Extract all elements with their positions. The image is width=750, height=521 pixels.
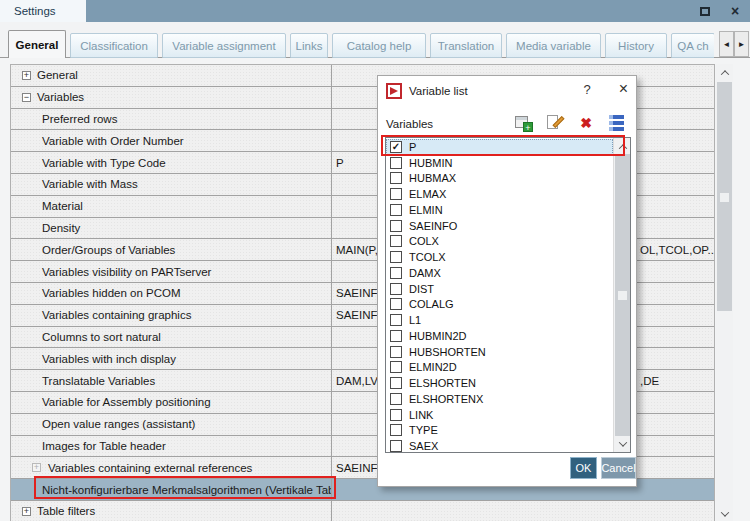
close-button[interactable]: ×: [722, 0, 748, 22]
chevron-up-icon: [618, 144, 626, 152]
variable-list-item-dist[interactable]: DIST: [386, 281, 613, 297]
variable-name: P: [409, 141, 416, 153]
row-name-cell: Variable with Mass: [11, 174, 332, 195]
list-scrollbar-up-button[interactable]: [614, 138, 631, 155]
checkbox-unchecked-icon[interactable]: [390, 330, 402, 342]
row-value-continued: ,DE: [640, 370, 659, 391]
tab-translation[interactable]: Translation: [430, 33, 502, 58]
variable-list-item-l1[interactable]: L1: [386, 312, 613, 328]
row-label: Variable with Mass: [42, 178, 138, 190]
tab-qa-ch[interactable]: QA ch: [671, 33, 714, 58]
maximize-button[interactable]: [692, 0, 718, 22]
checkbox-checked-icon[interactable]: ✓: [390, 141, 402, 153]
variable-list-item-elmin[interactable]: ELMIN: [386, 202, 613, 218]
checkbox-unchecked-icon[interactable]: [390, 188, 402, 200]
cancel-button[interactable]: Cancel: [601, 457, 636, 479]
tab-general[interactable]: General: [8, 30, 66, 58]
tab-classification[interactable]: Classification: [70, 33, 158, 58]
checkbox-unchecked-icon[interactable]: [390, 283, 402, 295]
edit-variable-icon[interactable]: [546, 114, 564, 132]
list-vertical-scrollbar: [613, 138, 630, 452]
list-scrollbar-down-button[interactable]: [614, 435, 631, 452]
variable-list-item-link[interactable]: LINK: [386, 407, 613, 423]
table-row-table-filters[interactable]: +Table filters: [11, 501, 714, 521]
expand-icon[interactable]: +: [22, 71, 31, 80]
variable-list-item-elmax[interactable]: ELMAX: [386, 186, 613, 202]
variable-list-item-saex[interactable]: SAEX: [386, 438, 613, 453]
checkbox-unchecked-icon[interactable]: [390, 393, 402, 405]
variable-name: TCOLX: [409, 251, 446, 263]
checkbox-unchecked-icon[interactable]: [390, 235, 402, 247]
checkbox-unchecked-icon[interactable]: [390, 267, 402, 279]
scrollbar-up-button[interactable]: [716, 64, 733, 81]
list-scrollbar-thumb[interactable]: [615, 154, 630, 436]
tab-history[interactable]: History: [605, 33, 667, 58]
expand-icon[interactable]: +: [22, 507, 31, 516]
ok-button[interactable]: OK: [570, 457, 597, 479]
checkbox-unchecked-icon[interactable]: [390, 204, 402, 216]
variables-label: Variables: [386, 118, 433, 130]
row-value: P: [336, 157, 344, 169]
checkbox-unchecked-icon[interactable]: [390, 361, 402, 373]
checkbox-unchecked-icon[interactable]: [390, 172, 402, 184]
checkbox-unchecked-icon[interactable]: [390, 377, 402, 389]
order-variables-icon[interactable]: [608, 114, 626, 132]
row-name-cell: Variables hidden on PCOM: [11, 283, 332, 304]
settings-panel-tab[interactable]: Settings: [0, 0, 86, 22]
row-value-cell[interactable]: [332, 501, 714, 521]
variable-list-item-hubmin2d[interactable]: HUBMIN2D: [386, 328, 613, 344]
scrollbar-gripper-icon: [720, 193, 729, 202]
variable-list-item-colalg[interactable]: COLALG: [386, 297, 613, 313]
variable-list-item-hubmax[interactable]: HUBMAX: [386, 171, 613, 187]
variable-name: COLX: [409, 235, 439, 247]
variable-list-item-damx[interactable]: DAMX: [386, 265, 613, 281]
variable-name: LINK: [409, 409, 433, 421]
tab-scroll-right-button[interactable]: ►: [734, 31, 749, 57]
settings-content-panel: +General−VariablesPreferred rowsVariable…: [0, 57, 750, 521]
variable-list-dialog: Variable list ? × Variables + ✖ ✓PHUBMIN…: [377, 75, 637, 487]
variable-list-item-tcolx[interactable]: TCOLX: [386, 249, 613, 265]
row-name-cell: +Table filters: [11, 501, 332, 521]
variable-list-item-hubshorten[interactable]: HUBSHORTEN: [386, 344, 613, 360]
table-vertical-scrollbar: [716, 64, 733, 521]
checkbox-unchecked-icon[interactable]: [390, 220, 402, 232]
chevron-down-icon: [618, 438, 626, 446]
tab-media-variable[interactable]: Media variable: [506, 33, 601, 58]
checkbox-unchecked-icon[interactable]: [390, 251, 402, 263]
dialog-close-button[interactable]: ×: [619, 80, 628, 98]
variable-list-item-elmin2d[interactable]: ELMIN2D: [386, 360, 613, 376]
checkbox-unchecked-icon[interactable]: [390, 157, 402, 169]
checkbox-unchecked-icon[interactable]: [390, 346, 402, 358]
variable-list-item-p[interactable]: ✓P: [386, 139, 613, 155]
row-name-cell: Open value ranges (assistant): [11, 414, 332, 435]
tab-links[interactable]: Links: [290, 33, 328, 58]
tab-variable-assignment[interactable]: Variable assignment: [162, 33, 286, 58]
expand-icon[interactable]: +: [32, 463, 41, 472]
checkbox-unchecked-icon[interactable]: [390, 314, 402, 326]
variable-list-item-elshorten[interactable]: ELSHORTEN: [386, 375, 613, 391]
variable-list-item-type[interactable]: TYPE: [386, 423, 613, 439]
variable-list-item-colx[interactable]: COLX: [386, 234, 613, 250]
scrollbar-thumb[interactable]: [717, 82, 732, 311]
dialog-help-button[interactable]: ?: [578, 82, 596, 97]
chevron-up-icon: [720, 70, 728, 78]
row-label: Density: [42, 222, 80, 234]
checkbox-unchecked-icon[interactable]: [390, 440, 402, 452]
row-label: Columns to sort natural: [42, 331, 161, 343]
checkbox-unchecked-icon[interactable]: [390, 409, 402, 421]
row-name-cell: Variables visibility on PARTserver: [11, 261, 332, 282]
add-variable-icon[interactable]: +: [515, 114, 533, 132]
collapse-icon[interactable]: −: [22, 93, 31, 102]
variable-list-item-saeinfo[interactable]: SAEINFO: [386, 218, 613, 234]
checkbox-unchecked-icon[interactable]: [390, 298, 402, 310]
scrollbar-down-button[interactable]: [716, 505, 733, 521]
tab-catalog-help[interactable]: Catalog help: [332, 33, 426, 58]
delete-variable-icon[interactable]: ✖: [577, 114, 595, 132]
variable-list-item-hubmin[interactable]: HUBMIN: [386, 155, 613, 171]
checkbox-unchecked-icon[interactable]: [390, 424, 402, 436]
row-name-cell: Variable for Assembly positioning: [11, 392, 332, 413]
tab-scroll-left-button[interactable]: ◄: [719, 31, 734, 57]
variable-list-item-elshortenx[interactable]: ELSHORTENX: [386, 391, 613, 407]
row-name-cell: Images for Table header: [11, 436, 332, 457]
row-name-cell: Translatable Variables: [11, 370, 332, 391]
